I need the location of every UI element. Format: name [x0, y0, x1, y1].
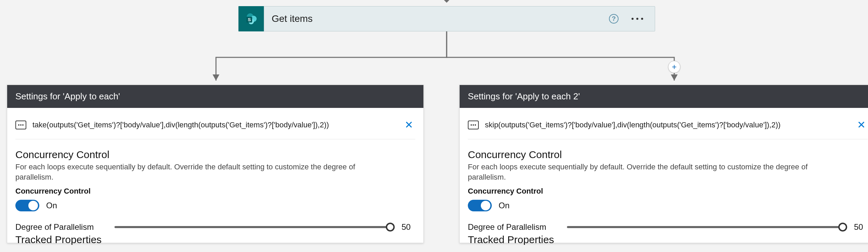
sharepoint-icon: S [239, 6, 264, 31]
concurrency-title: Concurrency Control [15, 149, 415, 160]
sharepoint-letter: S [248, 17, 251, 22]
concurrency-title: Concurrency Control [468, 149, 868, 160]
panel-header: Settings for 'Apply to each 2' [460, 85, 868, 108]
concurrency-sublabel: Concurrency Control [468, 187, 868, 196]
ellipsis-icon[interactable] [632, 18, 643, 20]
svg-marker-4 [213, 74, 219, 81]
settings-panel-apply-to-each: Settings for 'Apply to each' take(output… [7, 85, 424, 243]
expression-text: skip(outputs('Get_items')?['body/value']… [485, 121, 855, 129]
expression-row: skip(outputs('Get_items')?['body/value']… [468, 114, 868, 139]
expression-icon [468, 121, 479, 129]
action-get-items[interactable]: S Get items ? [238, 6, 655, 31]
concurrency-toggle-label: On [46, 201, 57, 210]
dop-slider[interactable] [567, 226, 844, 228]
expression-row: take(outputs('Get_items')?['body/value']… [15, 114, 415, 139]
slider-thumb[interactable] [386, 223, 395, 232]
dop-value: 50 [402, 222, 415, 232]
svg-marker-5 [671, 74, 678, 81]
panel-header: Settings for 'Apply to each' [7, 85, 423, 108]
expression-text: take(outputs('Get_items')?['body/value']… [32, 121, 403, 129]
concurrency-toggle[interactable] [468, 200, 492, 211]
tracked-properties-label: Tracked Properties [468, 234, 868, 245]
expression-icon [15, 121, 26, 129]
close-icon[interactable]: ✕ [403, 119, 415, 131]
concurrency-sublabel: Concurrency Control [15, 187, 415, 196]
tracked-properties-label: Tracked Properties [15, 234, 415, 245]
slider-thumb[interactable] [838, 223, 847, 232]
dop-label: Degree of Parallelism [15, 222, 104, 232]
help-icon[interactable]: ? [609, 14, 619, 24]
settings-panel-apply-to-each-2: Settings for 'Apply to each 2' skip(outp… [459, 85, 868, 243]
concurrency-desc: For each loops execute sequentially by d… [468, 162, 844, 182]
dop-slider[interactable] [114, 226, 391, 228]
concurrency-desc: For each loops execute sequentially by d… [15, 162, 391, 182]
action-title: Get items [264, 6, 609, 31]
dop-label: Degree of Parallelism [468, 222, 557, 232]
add-branch-button[interactable]: + [668, 61, 680, 73]
concurrency-toggle[interactable] [15, 200, 39, 211]
close-icon[interactable]: ✕ [855, 119, 868, 131]
concurrency-toggle-label: On [499, 201, 510, 210]
dop-value: 50 [854, 222, 868, 232]
